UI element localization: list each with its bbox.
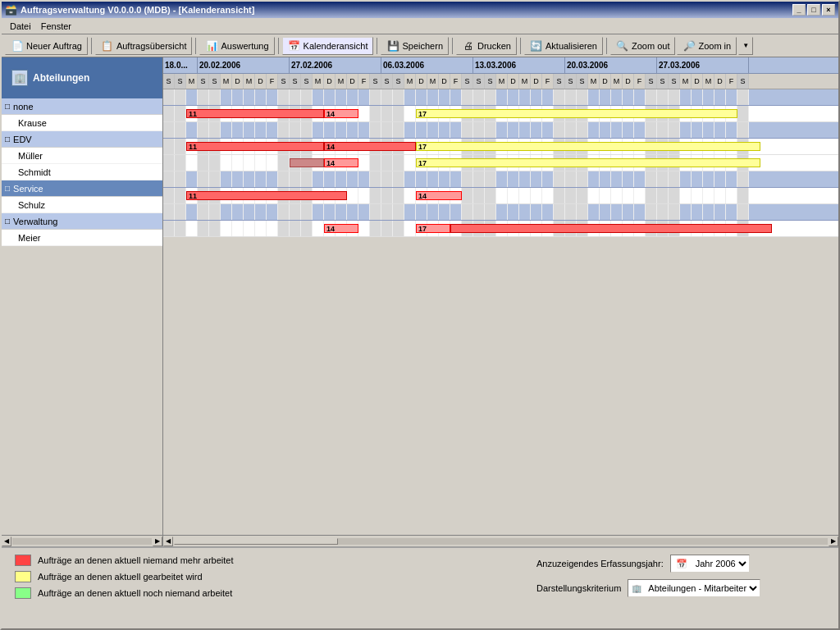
calendar-area: 🏢 Abteilungen □ none Krause: [2, 57, 838, 535]
scroll-track2[interactable]: [174, 538, 828, 545]
week-2002: 20.02.2006: [198, 57, 290, 73]
gantt-bar[interactable]: 17: [416, 109, 737, 118]
refresh-button[interactable]: 🔄 Aktualisieren: [524, 37, 603, 55]
section-verwaltung[interactable]: □ Verwaltung: [2, 213, 162, 230]
year-label: Anzuzeigendes Erfassungsjahr:: [536, 559, 664, 568]
tree-item-krause[interactable]: Krause: [2, 115, 162, 131]
gantt-bar[interactable]: 17: [416, 224, 450, 233]
scroll-right-btn2[interactable]: ▶: [829, 536, 838, 546]
print-icon: 🖨: [462, 39, 475, 52]
close-button[interactable]: ×: [822, 4, 835, 16]
menu-datei[interactable]: Datei: [5, 21, 36, 32]
legend-green-label: Aufträge an denen aktuell noch niemand a…: [38, 588, 232, 598]
zoom-in-button[interactable]: 🔎 Zoom in: [677, 37, 737, 55]
toolbar-sep-3: [278, 38, 279, 54]
section-edv-label: EDV: [13, 135, 32, 144]
status-bar: Aufträge an denen aktuell niemand mehr a…: [2, 546, 838, 628]
cal-header: 18.0... 20.02.2006 27.02.2006 06.03.2006…: [163, 57, 838, 89]
gantt-bar[interactable]: 17: [416, 158, 760, 167]
gantt-data-row: 1417: [163, 221, 838, 237]
section-edv[interactable]: □ EDV: [2, 131, 162, 148]
gantt-data-row: 111417: [163, 139, 838, 155]
gantt-bar[interactable]: [450, 224, 772, 233]
criteria-select[interactable]: Abteilungen - Mitarbeiter Mitarbeiter Ab…: [645, 580, 760, 596]
tree-item-mueller[interactable]: Müller: [2, 148, 162, 164]
legend-red: Aufträge an denen aktuell niemand mehr a…: [15, 555, 514, 566]
toolbar-sep-7: [606, 38, 607, 54]
toolbar-sep-4: [377, 38, 377, 54]
toolbar-sep-2: [195, 38, 196, 54]
gantt-bar[interactable]: 11: [186, 109, 324, 118]
minimize-button[interactable]: _: [792, 4, 806, 16]
year-control-row: Anzuzeigendes Erfassungsjahr: 📅 Jahr 200…: [536, 555, 829, 573]
year-select[interactable]: Jahr 2005 Jahr 2006 Jahr 2007: [692, 555, 749, 572]
gantt-body: 111417111417141711141417: [163, 89, 838, 535]
scroll-track[interactable]: [12, 538, 152, 545]
right-controls: Anzuzeigendes Erfassungsjahr: 📅 Jahr 200…: [527, 548, 838, 628]
gantt-bar[interactable]: 11: [186, 191, 347, 200]
maximize-button[interactable]: □: [807, 4, 820, 16]
criteria-dropdown-wrapper: 🏢 Abteilungen - Mitarbeiter Mitarbeiter …: [628, 579, 760, 597]
section-none[interactable]: □ none: [2, 98, 162, 115]
scrollbar-area: ◀ ▶ ◀ ▶: [2, 535, 838, 546]
left-panel: 🏢 Abteilungen □ none Krause: [2, 57, 163, 535]
toolbar-sep-6: [520, 38, 521, 54]
right-scroll: ◀ ▶: [163, 536, 838, 546]
section-service-label: Service: [13, 184, 43, 194]
analysis-button[interactable]: 📊 Auswertung: [199, 37, 274, 55]
toolbar-sep-5: [452, 38, 453, 54]
toolbar-more-arrow: ▼: [742, 42, 749, 49]
legend-yellow: Aufträge an denen aktuell gearbeitet wir…: [15, 571, 514, 582]
gantt-section-row: [163, 204, 838, 221]
gantt-bar[interactable]: 14: [324, 142, 416, 151]
tree-item-schmidt[interactable]: Schmidt: [2, 164, 162, 180]
criteria-control-row: Darstellungskriterium 🏢 Abteilungen - Mi…: [536, 579, 829, 597]
gantt-bar[interactable]: 14: [324, 158, 358, 167]
week-2703: 27.03.2006: [657, 57, 749, 73]
gantt-data-row: 111417: [163, 106, 838, 122]
legend-panel: Aufträge an denen aktuell niemand mehr a…: [2, 548, 527, 628]
week-1303: 13.03.2006: [473, 57, 565, 73]
zoom-out-button[interactable]: 🔍 Zoom out: [610, 37, 675, 55]
save-icon: 💾: [386, 39, 399, 52]
gantt-bar[interactable]: 11: [186, 142, 324, 151]
scroll-thumb: [174, 538, 338, 545]
expand-edv-icon: □: [5, 135, 10, 144]
gantt-bar[interactable]: 14: [416, 191, 462, 200]
left-scroll-stub: ◀ ▶: [2, 536, 163, 546]
print-button[interactable]: 🖨 Drucken: [456, 37, 517, 55]
analysis-icon: 📊: [205, 39, 218, 52]
year-icon: 📅: [671, 559, 692, 569]
calendar-button[interactable]: 📅 Kalenderansicht: [282, 37, 374, 55]
gantt-bar[interactable]: [290, 158, 324, 167]
menu-fenster[interactable]: Fenster: [36, 21, 76, 32]
week-header-row: 18.0... 20.02.2006 27.02.2006 06.03.2006…: [163, 57, 838, 74]
save-button[interactable]: 💾 Speichern: [381, 37, 449, 55]
section-verwaltung-label: Verwaltung: [13, 217, 57, 226]
section-service[interactable]: □ Service: [2, 180, 162, 197]
tree-item-schulz[interactable]: Schulz: [2, 197, 162, 213]
gantt-bar[interactable]: 14: [324, 224, 358, 233]
legend-red-label: Aufträge an denen aktuell niemand mehr a…: [38, 555, 234, 565]
expand-service-icon: □: [5, 184, 10, 193]
scroll-left-btn2[interactable]: ◀: [163, 536, 173, 546]
toolbar: 📄 Neuer Auftrag 📋 Auftragsübersicht 📊 Au…: [2, 34, 838, 57]
scroll-left-btn[interactable]: ◀: [2, 536, 11, 546]
toolbar-more-button[interactable]: ▼: [738, 37, 753, 55]
scroll-right-btn[interactable]: ▶: [153, 536, 162, 546]
window-title: Auftragsverwaltung V0.0.0.0 (MDB) - [Kal…: [21, 5, 254, 15]
overview-icon: 📋: [101, 39, 114, 52]
week-18: 18.0...: [163, 57, 198, 73]
gantt-section-row: [163, 89, 838, 106]
new-order-button[interactable]: 📄 Neuer Auftrag: [5, 37, 88, 55]
gantt-data-row: 1417: [163, 155, 838, 171]
gantt-bar[interactable]: 14: [324, 109, 358, 118]
overview-button[interactable]: 📋 Auftragsübersicht: [95, 37, 193, 55]
gantt-bar[interactable]: 17: [416, 142, 760, 151]
refresh-icon: 🔄: [530, 39, 543, 52]
gantt-section-row: [163, 171, 838, 188]
tree-item-meier[interactable]: Meier: [2, 230, 162, 246]
title-bar: 🗃️ Auftragsverwaltung V0.0.0.0 (MDB) - […: [2, 2, 838, 18]
panel-icon: 🏢: [11, 70, 28, 86]
menu-bar: Datei Fenster: [2, 18, 838, 34]
